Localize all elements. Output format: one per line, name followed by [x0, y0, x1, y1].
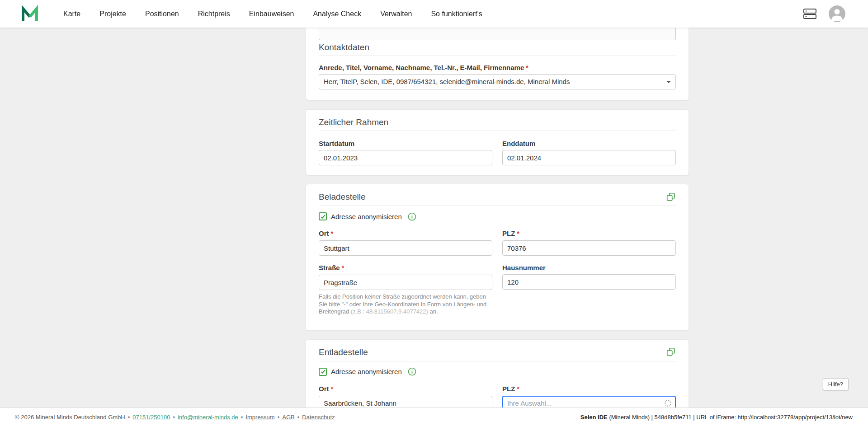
contact-field-label: Anrede, Titel, Vorname, Nachname, Tel.-N…	[319, 64, 676, 71]
required-asterisk: *	[517, 385, 519, 393]
belade-plz-label-text: PLZ	[502, 229, 515, 237]
entlade-plz-label-text: PLZ	[502, 385, 515, 393]
person-icon	[829, 5, 845, 22]
entlade-plz-label: PLZ*	[502, 385, 676, 393]
chevron-down-icon	[666, 81, 671, 83]
nav-item-einbauweisen[interactable]: Einbauweisen	[240, 0, 304, 28]
divider	[319, 361, 676, 361]
contact-card-title: Kontaktdaten	[319, 42, 676, 52]
divider	[319, 56, 676, 56]
form-content: Kontaktdaten Anrede, Titel, Vorname, Nac…	[306, 0, 689, 426]
enddatum-input[interactable]	[502, 150, 676, 165]
checkmark-icon	[320, 369, 326, 375]
belade-ort-label-text: Ort	[319, 229, 329, 237]
server-icon[interactable]	[803, 8, 817, 19]
belade-hausnummer-label: Hausnummer	[502, 264, 676, 271]
datenschutz-link[interactable]: Datenschutz	[302, 414, 335, 421]
footer-left: © 2026 Mineral Minds Deutschland GmbH • …	[15, 414, 335, 421]
separator: •	[278, 414, 280, 421]
belade-ort-input[interactable]	[319, 240, 492, 256]
belade-hausnummer-field: Hausnummer	[502, 264, 676, 316]
startdatum-input[interactable]	[319, 150, 492, 165]
anonymize-row: Adresse anonymisieren	[319, 367, 676, 376]
main-nav: Karte Projekte Positionen Richtpreis Ein…	[54, 0, 492, 28]
timeframe-card-title: Zeitlicher Rahmen	[319, 117, 676, 127]
enddatum-label: Enddatum	[502, 140, 676, 147]
nav-item-analyse-check[interactable]: Analyse Check	[303, 0, 371, 28]
navbar-right-group	[803, 5, 845, 22]
belade-hausnummer-input[interactable]	[502, 274, 676, 290]
anonymize-checkbox[interactable]	[319, 212, 327, 220]
belade-strasse-field: Straße* Falls die Position keiner Straße…	[319, 264, 492, 316]
required-asterisk: *	[331, 230, 333, 237]
nav-item-projekte[interactable]: Projekte	[90, 0, 136, 28]
user-avatar[interactable]	[829, 5, 845, 22]
session-info-text: (Mineral Minds) | 548d8b5fe711 | URL of …	[608, 414, 853, 421]
nav-item-karte[interactable]: Karte	[54, 0, 90, 28]
contact-select[interactable]: Herr, TitelP, Selen, IDE, 0987/654321, s…	[319, 74, 676, 89]
help-button[interactable]: Hilfe?	[823, 378, 849, 390]
belade-plz-label: PLZ*	[502, 230, 676, 237]
helper-suffix: an.	[428, 308, 438, 315]
divider	[319, 131, 676, 131]
contact-field-label-text: Anrede, Titel, Vorname, Nachname, Tel.-N…	[319, 64, 524, 71]
copy-icon[interactable]	[666, 347, 676, 357]
enddatum-field: Enddatum	[502, 140, 676, 165]
strasse-helper-text: Falls die Position keiner Straße zugeord…	[319, 293, 492, 316]
mineral-minds-logo[interactable]	[21, 5, 39, 23]
footer: © 2026 Mineral Minds Deutschland GmbH • …	[0, 407, 868, 426]
loading-spinner-icon	[665, 400, 671, 407]
separator: •	[173, 414, 175, 421]
unloading-card-title: Entladestelle	[319, 347, 368, 357]
nav-item-verwalten[interactable]: Verwalten	[371, 0, 421, 28]
required-asterisk: *	[517, 230, 519, 237]
entlade-ort-field: Ort*	[319, 385, 492, 411]
belade-strasse-input[interactable]	[319, 275, 492, 290]
loading-point-card: Beladestelle Adresse anonymisieren Ort	[306, 184, 689, 331]
belade-ort-label: Ort*	[319, 230, 492, 237]
anonymize-label: Adresse anonymisieren	[331, 368, 402, 375]
separator: •	[241, 414, 243, 421]
anonymize-label: Adresse anonymisieren	[331, 213, 402, 220]
required-asterisk: *	[526, 64, 528, 71]
required-asterisk: *	[331, 385, 333, 393]
belade-plz-input[interactable]	[502, 240, 676, 256]
nav-item-positionen[interactable]: Positionen	[136, 0, 189, 28]
belade-strasse-label: Straße*	[319, 264, 492, 272]
loading-card-title: Beladestelle	[319, 192, 366, 202]
anonymize-checkbox[interactable]	[319, 368, 327, 376]
nav-item-richtpreis[interactable]: Richtpreis	[189, 0, 240, 28]
impressum-link[interactable]: Impressum	[245, 414, 274, 421]
belade-ort-field: Ort*	[319, 230, 492, 256]
copy-icon[interactable]	[666, 192, 676, 202]
belade-strasse-label-text: Straße	[319, 264, 340, 272]
top-navbar: Karte Projekte Positionen Richtpreis Ein…	[0, 0, 868, 28]
logo-icon	[21, 5, 39, 23]
phone-link[interactable]: 07151/250100	[132, 414, 170, 421]
entlade-ort-label: Ort*	[319, 385, 492, 393]
entlade-ort-label-text: Ort	[319, 385, 329, 393]
email-link[interactable]: info@mineral-minds.de	[178, 414, 238, 421]
belade-plz-field: PLZ*	[502, 230, 676, 256]
separator: •	[128, 414, 130, 421]
agb-link[interactable]: AGB	[282, 414, 294, 421]
footer-right: Selen IDE (Mineral Minds) | 548d8b5fe711…	[580, 414, 853, 421]
copyright-text: © 2026 Mineral Minds Deutschland GmbH	[15, 414, 125, 421]
helper-example: (z.B.: 48.8115607,9.4077422)	[351, 308, 428, 315]
anonymize-row: Adresse anonymisieren	[319, 212, 676, 221]
timeframe-card: Zeitlicher Rahmen Startdatum Enddatum	[306, 109, 689, 175]
required-asterisk: *	[342, 264, 344, 272]
nav-item-so-funktionierts[interactable]: So funktioniert's	[421, 0, 491, 28]
entlade-plz-field: PLZ*	[502, 385, 676, 411]
app-name-text: Selen IDE	[580, 414, 608, 421]
info-icon[interactable]	[408, 212, 416, 221]
contact-select-wrap: Herr, TitelP, Selen, IDE, 0987/654321, s…	[319, 74, 676, 89]
checkmark-icon	[320, 214, 326, 220]
startdatum-label: Startdatum	[319, 140, 492, 147]
separator: •	[297, 414, 300, 421]
divider	[319, 206, 676, 206]
info-icon[interactable]	[408, 367, 416, 376]
startdatum-field: Startdatum	[319, 140, 492, 165]
